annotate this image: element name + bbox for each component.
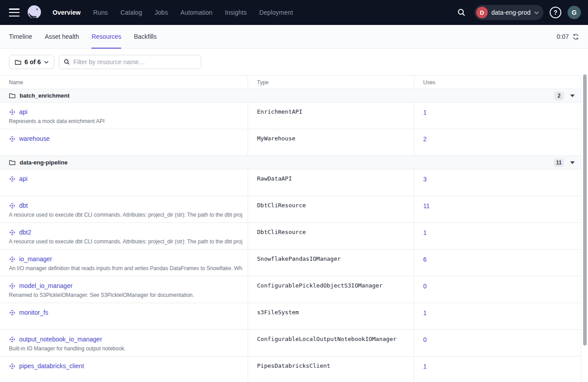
table-row: dbt A resource used to execute dbt CLI c… (0, 196, 581, 223)
help-icon[interactable]: ? (550, 7, 561, 18)
resource-description: Renamed to S3PickleIOManager. See S3Pick… (9, 292, 242, 298)
search-icon[interactable] (455, 6, 468, 19)
tab-bar: Timeline Asset health Resources Backfill… (0, 25, 588, 49)
scrollbar-thumb[interactable] (583, 74, 587, 345)
search-icon (64, 59, 70, 65)
resources-table: Name Type Uses batch_enrichment 2 api Re… (0, 75, 581, 382)
group-row-batch-enrichment[interactable]: batch_enrichment 2 (0, 89, 581, 103)
resource-uses-link[interactable]: 0 (423, 336, 427, 343)
resource-name-link[interactable]: pipes_databricks_client (19, 362, 84, 370)
nav-item-deployment[interactable]: Deployment (259, 9, 293, 16)
group-name: data-eng-pipeline (20, 159, 68, 166)
resource-icon (9, 109, 16, 115)
tab-asset-health[interactable]: Asset health (45, 25, 79, 49)
resource-type: s3FileSystem (248, 303, 414, 329)
resource-description: Built-in IO Manager for handling output … (9, 345, 242, 352)
table-row: api RawDataAPI 3 (0, 169, 581, 196)
refresh-icon[interactable] (572, 33, 579, 40)
dagster-logo-icon[interactable] (26, 4, 43, 21)
resource-name-link[interactable]: monitor_fs (19, 309, 48, 316)
table-row: io_manager An I/O manager definition tha… (0, 250, 581, 276)
nav-item-jobs[interactable]: Jobs (155, 9, 168, 16)
tab-backfills[interactable]: Backfills (134, 25, 156, 49)
resource-icon (9, 363, 16, 370)
resource-type: ConfigurablePickledObjectS3IOManager (248, 276, 414, 303)
resource-name-link[interactable]: api (19, 175, 28, 182)
nav-item-insights[interactable]: Insights (225, 9, 247, 16)
column-header-uses: Uses (414, 76, 581, 89)
nav-item-overview[interactable]: Overview (53, 9, 81, 16)
resource-description: A resource used to execute dbt CLI comma… (9, 212, 242, 218)
resource-icon (9, 283, 16, 289)
nav-item-catalog[interactable]: Catalog (120, 9, 142, 16)
resource-name-link[interactable]: model_io_manager (19, 282, 73, 289)
nav-item-automation[interactable]: Automation (180, 9, 212, 16)
resource-uses-link[interactable]: 1 (423, 229, 427, 236)
repo-scope-dropdown[interactable]: 6 of 6 (9, 55, 54, 69)
table-row: output_notebook_io_manager Built-in IO M… (0, 330, 581, 357)
resource-uses-link[interactable]: 0 (423, 283, 427, 290)
resource-type: DbtCliResource (248, 223, 414, 249)
resource-uses-link[interactable]: 1 (423, 309, 427, 316)
tab-resources[interactable]: Resources (91, 25, 121, 49)
resource-type: SnowflakePandasIOManager (248, 250, 414, 276)
workspace-name: data-eng-prod (491, 9, 531, 16)
workspace-switcher[interactable]: D data-eng-prod (474, 5, 543, 20)
resource-description: Represents a mock data enrichment API (9, 118, 242, 124)
resource-icon (9, 229, 16, 236)
resource-name-link[interactable]: io_manager (19, 255, 52, 263)
column-header-type: Type (248, 76, 414, 89)
resource-search-input[interactable] (74, 58, 196, 66)
folder-icon (15, 59, 21, 66)
workspace-badge: D (476, 7, 488, 18)
table-row: api Represents a mock data enrichment AP… (0, 103, 581, 129)
resource-icon (9, 256, 16, 263)
resource-uses-link[interactable]: 2 (423, 136, 427, 143)
resource-icon (9, 176, 16, 182)
table-row: pipes_databricks_client PipesDatabricksC… (0, 357, 581, 382)
refresh-countdown: 0:07 (557, 33, 569, 40)
tab-timeline[interactable]: Timeline (9, 25, 32, 49)
group-row-data-eng-pipeline[interactable]: data-eng-pipeline 11 (0, 156, 581, 169)
collapse-caret-icon[interactable] (570, 94, 575, 97)
table-row: model_io_manager Renamed to S3PickleIOMa… (0, 276, 581, 303)
top-nav: Overview Runs Catalog Jobs Automation In… (0, 0, 588, 25)
resource-type: ConfigurableLocalOutputNotebookIOManager (248, 330, 414, 356)
resource-icon (9, 136, 16, 142)
resource-description: An I/O manager definition that reads inp… (9, 265, 242, 271)
chevron-down-icon (44, 61, 49, 64)
resource-icon (9, 336, 16, 343)
resource-icon (9, 202, 16, 209)
resource-name-link[interactable]: warehouse (19, 135, 50, 142)
resource-search (59, 55, 201, 69)
resource-uses-link[interactable]: 1 (423, 363, 427, 370)
resource-name-link[interactable]: dbt (19, 202, 28, 209)
primary-nav: Overview Runs Catalog Jobs Automation In… (53, 9, 293, 16)
resource-type: MyWarehouse (248, 129, 414, 156)
table-row: warehouse MyWarehouse 2 (0, 129, 581, 156)
hamburger-menu-icon[interactable] (9, 8, 20, 16)
resource-uses-link[interactable]: 6 (423, 256, 427, 263)
nav-item-runs[interactable]: Runs (93, 9, 108, 16)
resource-uses-link[interactable]: 3 (423, 176, 427, 183)
group-count-badge: 2 (554, 91, 564, 100)
chevron-down-icon (534, 11, 539, 14)
column-header-name: Name (0, 76, 248, 89)
resource-type: PipesDatabricksClient (248, 357, 414, 382)
table-row: dbt2 A resource used to execute dbt CLI … (0, 223, 581, 250)
resource-name-link[interactable]: output_notebook_io_manager (19, 336, 102, 343)
group-count-badge: 11 (554, 158, 564, 167)
user-avatar[interactable]: G (568, 6, 581, 19)
resource-uses-link[interactable]: 11 (423, 202, 430, 209)
table-header: Name Type Uses (0, 76, 581, 89)
folder-icon (9, 159, 16, 166)
resource-icon (9, 309, 16, 316)
collapse-caret-icon[interactable] (570, 161, 575, 164)
resource-type: DbtCliResource (248, 196, 414, 222)
resource-description: A resource used to execute dbt CLI comma… (9, 238, 242, 245)
filter-row: 6 of 6 (0, 49, 588, 75)
resource-name-link[interactable]: api (19, 108, 28, 115)
resource-name-link[interactable]: dbt2 (19, 229, 31, 236)
resource-uses-link[interactable]: 1 (423, 109, 427, 116)
group-name: batch_enrichment (20, 92, 69, 99)
